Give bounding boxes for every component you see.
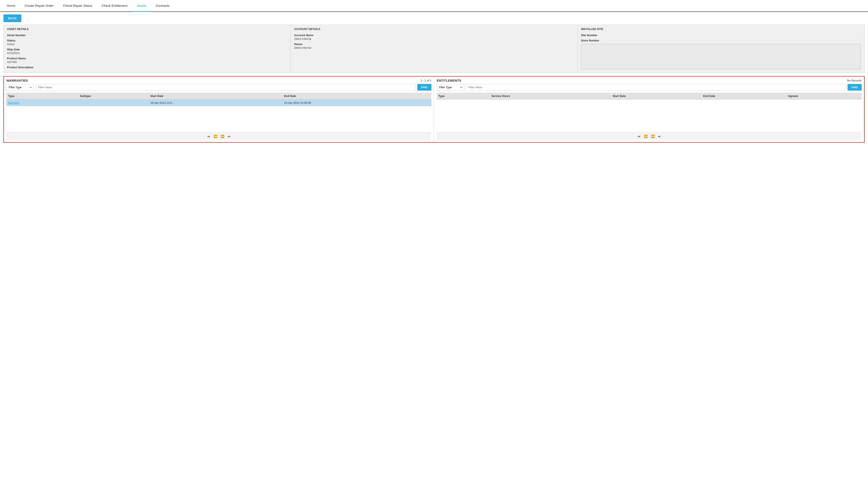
- warranties-cell-subtype: [78, 100, 149, 106]
- entitlements-find-button[interactable]: FIND: [848, 84, 862, 90]
- warranties-col-header: Type: [6, 93, 78, 100]
- entitlements-last-btn[interactable]: ⏭: [657, 134, 662, 138]
- entitlements-table-wrapper: TypeService HoursStart DateEnd DateAgree…: [437, 93, 862, 131]
- entitlements-no-records: No Records: [847, 79, 862, 82]
- warranties-panel: WARRANTIES 1 - 1 of 1 Filter Type FIND T…: [4, 76, 434, 142]
- back-button-wrapper: BACK: [0, 12, 868, 25]
- nav-item-check-repair-status[interactable]: Check Repair Status: [58, 0, 97, 12]
- entitlements-table: TypeService HoursStart DateEnd DateAgree…: [437, 93, 862, 100]
- field-value: Zebra Internal: [294, 46, 574, 49]
- warranties-find-button[interactable]: FIND: [417, 84, 431, 90]
- field-label: Product Name: [7, 57, 287, 60]
- field-label: Store Number: [581, 39, 861, 42]
- account-details-title: ACCOUNT DETAILS: [294, 28, 574, 31]
- account-details-panel: ACCOUNT DETAILS Account NameZebra Intern…: [291, 25, 578, 72]
- entitlements-filter-type-select[interactable]: Filter Type: [437, 84, 464, 90]
- warranties-cell-start_date: 15-Apr-2013 12:0...: [149, 100, 282, 106]
- warranties-count: 1 - 1 of 1: [420, 79, 431, 82]
- details-section: ASSET DETAILS Serial NumberStatusActiveS…: [3, 25, 865, 73]
- installed-site-textarea[interactable]: [581, 44, 861, 69]
- warranties-col-header: Subtype: [78, 93, 149, 100]
- entitlements-table-head: TypeService HoursStart DateEnd DateAgree…: [437, 93, 862, 100]
- installed-site-title: INSTALLED SITE: [581, 28, 861, 31]
- field-label: Serial Number: [7, 34, 287, 37]
- entitlements-next-btn[interactable]: ⏩: [650, 134, 655, 138]
- warranties-table-head: TypeSubtypeStart DateEnd Date: [6, 93, 431, 100]
- field-value: Active: [7, 42, 287, 46]
- warranties-prev-btn[interactable]: ⏪: [213, 134, 218, 138]
- entitlements-col-header: Service Hours: [490, 93, 611, 100]
- warranties-header-row: TypeSubtypeStart DateEnd Date: [6, 93, 431, 100]
- installed-site-panel: INSTALLED SITE Site NumberStore Number: [578, 25, 864, 72]
- field-label: Ship Date: [7, 48, 287, 51]
- nav-item-assets[interactable]: Assets: [132, 0, 151, 12]
- nav-item-create-repair-order[interactable]: Create Repair Order: [20, 0, 58, 12]
- field-label: Site Number: [581, 34, 861, 37]
- warranties-header: WARRANTIES 1 - 1 of 1: [6, 79, 431, 82]
- field-label: Account Name: [294, 34, 574, 37]
- warranties-last-btn[interactable]: ⏭: [227, 134, 232, 138]
- asset-details-panel: ASSET DETAILS Serial NumberStatusActiveS…: [4, 25, 291, 72]
- field-value: 4/15/2013: [7, 51, 287, 55]
- back-button[interactable]: BACK: [3, 15, 21, 22]
- asset-fields: Serial NumberStatusActiveShip Date4/15/2…: [7, 34, 287, 69]
- nav-item-home[interactable]: Home: [2, 0, 20, 12]
- entitlements-header-row: TypeService HoursStart DateEnd DateAgree…: [437, 93, 862, 100]
- warranties-col-header: Start Date: [149, 93, 282, 100]
- nav-item-check-entitlement[interactable]: Check Entitlement: [97, 0, 132, 12]
- installed-fields: Site NumberStore Number: [581, 34, 861, 42]
- warranties-table-wrapper: TypeSubtypeStart DateEnd Date Standard15…: [6, 93, 431, 131]
- entitlements-title: ENTITLEMENTS: [437, 79, 461, 82]
- warranties-filter-value-input[interactable]: [36, 84, 416, 90]
- account-fields: Account NameZebra InternalOwnerZebra Int…: [294, 34, 574, 49]
- warranties-filter-row: Filter Type FIND: [6, 84, 431, 90]
- warranties-cell-end_date: 15-Apr-2014 12:00:00: [282, 100, 431, 106]
- warranties-filter-type-select[interactable]: Filter Type: [6, 84, 34, 90]
- field-label: Product Description: [7, 66, 287, 69]
- warranties-body: Standard15-Apr-2013 12:0...15-Apr-2014 1…: [6, 100, 431, 106]
- table-row[interactable]: Standard15-Apr-2013 12:0...15-Apr-2014 1…: [6, 100, 431, 106]
- entitlements-col-header: Type: [437, 93, 490, 100]
- entitlements-filter-value-input[interactable]: [466, 84, 846, 90]
- entitlements-col-header: Start Date: [611, 93, 702, 100]
- entitlements-col-header: Agreem: [786, 93, 862, 100]
- warranties-table: TypeSubtypeStart DateEnd Date Standard15…: [6, 93, 431, 106]
- field-label: Owner: [294, 42, 574, 46]
- entitlements-prev-btn[interactable]: ⏪: [643, 134, 648, 138]
- warranties-col-header: End Date: [282, 93, 431, 100]
- field-label: Status: [7, 39, 287, 42]
- field-value: G47490: [7, 61, 287, 64]
- warranties-title: WARRANTIES: [6, 79, 28, 82]
- entitlements-col-header: End Date: [702, 93, 786, 100]
- entitlements-panel: ENTITLEMENTS No Records Filter Type FIND…: [434, 76, 864, 142]
- warranties-entitlements-section: WARRANTIES 1 - 1 of 1 Filter Type FIND T…: [3, 76, 865, 143]
- asset-details-title: ASSET DETAILS: [7, 28, 287, 31]
- nav-bar: HomeCreate Repair OrderCheck Repair Stat…: [0, 0, 868, 12]
- warranties-pagination: ⏮ ⏪ ⏩ ⏭: [6, 132, 431, 140]
- warranties-next-btn[interactable]: ⏩: [220, 134, 225, 138]
- entitlements-filter-row: Filter Type FIND: [437, 84, 862, 90]
- nav-item-contracts[interactable]: Contracts: [151, 0, 174, 12]
- entitlements-pagination: ⏮ ⏪ ⏩ ⏭: [437, 132, 862, 140]
- warranties-first-btn[interactable]: ⏮: [206, 134, 211, 138]
- field-value: Zebra Internal: [294, 37, 574, 40]
- entitlements-header: ENTITLEMENTS No Records: [437, 79, 862, 82]
- warranties-cell-type[interactable]: Standard: [6, 100, 78, 106]
- entitlements-first-btn[interactable]: ⏮: [637, 134, 641, 138]
